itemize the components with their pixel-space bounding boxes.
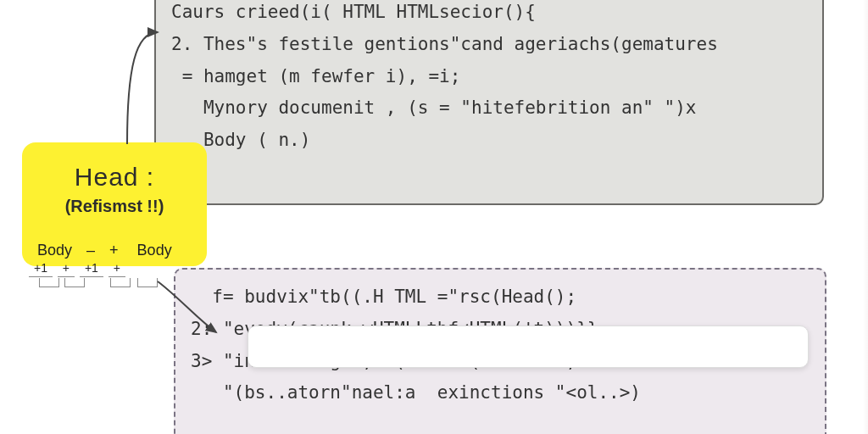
code-line: f= budvix"tb((.H TML ="rsc(Head(); bbox=[191, 281, 810, 314]
bracket-icon bbox=[64, 278, 85, 287]
label: + bbox=[109, 242, 119, 259]
cell: +1 bbox=[80, 261, 103, 277]
cell: +1 bbox=[29, 261, 53, 277]
cell: + bbox=[58, 261, 75, 277]
label: – bbox=[86, 242, 95, 259]
body-labels: Body – + Body bbox=[32, 242, 177, 259]
code-line: = hamget (m fewfer i), =i; bbox=[171, 61, 807, 93]
bracket-icon bbox=[137, 278, 158, 287]
label: Body bbox=[137, 242, 172, 259]
plus-row: +1 + +1 + bbox=[29, 261, 127, 277]
code-line: 2. Thes"s festile gentions"cand ageriach… bbox=[171, 29, 807, 61]
cell: + bbox=[108, 261, 125, 277]
code-line: Body ( n.) bbox=[171, 125, 807, 157]
bracket-icon bbox=[110, 278, 131, 287]
bracket-icon bbox=[39, 278, 59, 287]
code-line: Mynory documenit , (s = "hitefebrition a… bbox=[171, 92, 807, 125]
callout-subtitle: (Refismst !!) bbox=[22, 197, 207, 216]
code-line: Caurs crieed(i( HTML HTMLsecior(){ bbox=[171, 0, 807, 29]
callout-title: Head : bbox=[22, 163, 207, 192]
inner-highlight-box bbox=[248, 326, 809, 368]
code-box-top: Caurs crieed(i( HTML HTMLsecior(){ 2. Th… bbox=[154, 0, 824, 205]
code-line: "(bs..atorn"nael:a exinctions "<ol..>) bbox=[191, 377, 810, 409]
label: Body bbox=[37, 242, 72, 259]
page-edge-shadow bbox=[863, 0, 868, 434]
